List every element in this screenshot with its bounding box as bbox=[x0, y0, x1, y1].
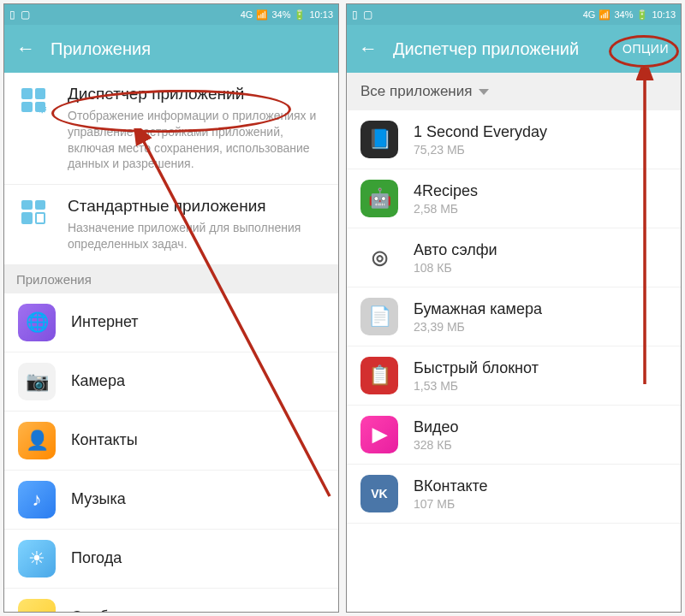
page-title: Диспетчер приложений bbox=[393, 39, 607, 59]
app-icon: 📋 bbox=[360, 357, 398, 394]
screenshot-icon: ▢ bbox=[21, 9, 30, 21]
app-name: Авто сэлфи bbox=[414, 241, 667, 259]
app-name: Камера bbox=[71, 372, 325, 390]
page-title: Приложения bbox=[51, 39, 326, 59]
app-name: Видео bbox=[414, 418, 667, 436]
header: ← Диспетчер приложений ОПЦИИ bbox=[347, 25, 681, 73]
tiles-gear-icon: ⚙ bbox=[21, 88, 52, 119]
app-row[interactable]: 📄 Бумажная камера 23,39 МБ bbox=[347, 287, 681, 346]
clock: 10:13 bbox=[652, 9, 676, 20]
battery-percent: 34% bbox=[614, 9, 633, 20]
app-row[interactable]: ☀ Погода bbox=[4, 530, 338, 589]
app-icon: ☀ bbox=[18, 540, 56, 578]
app-icon: ✉ bbox=[18, 599, 56, 612]
app-icon: 📄 bbox=[360, 298, 398, 335]
app-name: Быстрый блокнот bbox=[414, 359, 667, 377]
app-icon: ◎ bbox=[360, 239, 398, 276]
app-icon: VK bbox=[360, 475, 398, 512]
app-name: ВКонтакте bbox=[414, 477, 667, 495]
screenshot-icon: ▢ bbox=[363, 9, 372, 21]
phone-right: ▯ ▢ 4G 📶 34% 🔋 10:13 ← Диспетчер приложе… bbox=[346, 3, 682, 613]
app-row[interactable]: 📷 Камера bbox=[4, 352, 338, 412]
app-row[interactable]: 📘 1 Second Everyday 75,23 МБ bbox=[347, 110, 681, 169]
app-name: 1 Second Everyday bbox=[414, 123, 667, 141]
app-row[interactable]: ✉ Сообщения bbox=[4, 589, 338, 612]
filter-label: Все приложения bbox=[360, 83, 472, 100]
app-name: Интернет bbox=[71, 313, 325, 331]
app-row[interactable]: 📋 Быстрый блокнот 1,53 МБ bbox=[347, 346, 681, 406]
app-row[interactable]: VK ВКонтакте 107 МБ bbox=[347, 465, 681, 524]
setting-title: Стандартные приложения bbox=[68, 197, 325, 216]
app-size: 1,53 МБ bbox=[414, 379, 667, 393]
content-area: 📘 1 Second Everyday 75,23 МБ🤖 4Recipes 2… bbox=[347, 110, 681, 612]
sim-icon: ▯ bbox=[352, 9, 358, 21]
app-name: Музыка bbox=[71, 490, 325, 508]
app-row[interactable]: 🌐 Интернет bbox=[4, 293, 338, 352]
app-size: 23,39 МБ bbox=[414, 320, 667, 334]
app-icon: 📘 bbox=[360, 121, 398, 158]
sim-icon: ▯ bbox=[9, 9, 15, 21]
app-row[interactable]: 🤖 4Recipes 2,58 МБ bbox=[347, 169, 681, 228]
content-area: ⚙ Диспетчер приложений Отображение инфор… bbox=[4, 73, 338, 612]
app-icon: 🤖 bbox=[360, 180, 398, 217]
filter-dropdown[interactable]: Все приложения bbox=[347, 73, 681, 110]
app-name: Сообщения bbox=[71, 608, 325, 612]
app-size: 107 МБ bbox=[414, 497, 667, 511]
header: ← Приложения bbox=[4, 25, 338, 73]
setting-desc: Назначение приложений для выполнения опр… bbox=[68, 220, 325, 252]
app-size: 108 КБ bbox=[414, 261, 667, 275]
app-size: 75,23 МБ bbox=[414, 143, 667, 157]
tiles-icon bbox=[21, 200, 52, 231]
default-apps-setting[interactable]: Стандартные приложения Назначение прилож… bbox=[4, 185, 338, 265]
app-icon: ▶ bbox=[360, 416, 398, 453]
app-icon: ♪ bbox=[18, 481, 56, 518]
signal-icon: 📶 bbox=[256, 9, 268, 21]
network-type: 4G bbox=[241, 9, 253, 20]
app-name: Контакты bbox=[71, 431, 325, 449]
app-row[interactable]: ◎ Авто сэлфи 108 КБ bbox=[347, 228, 681, 287]
signal-icon: 📶 bbox=[599, 9, 611, 21]
app-size: 328 КБ bbox=[414, 438, 667, 452]
back-button[interactable]: ← bbox=[359, 38, 378, 60]
app-name: 4Recipes bbox=[414, 182, 667, 200]
network-type: 4G bbox=[583, 9, 596, 20]
app-icon: 👤 bbox=[18, 422, 56, 459]
app-row[interactable]: ▶ Видео 328 КБ bbox=[347, 406, 681, 465]
app-name: Бумажная камера bbox=[414, 300, 667, 318]
clock: 10:13 bbox=[309, 9, 333, 20]
app-name: Погода bbox=[71, 549, 325, 567]
setting-desc: Отображение информации о приложениях и у… bbox=[68, 108, 325, 173]
setting-title: Диспетчер приложений bbox=[68, 85, 325, 104]
app-row[interactable]: ♪ Музыка bbox=[4, 471, 338, 530]
app-icon: 🌐 bbox=[18, 304, 56, 341]
status-bar: ▯ ▢ 4G 📶 34% 🔋 10:13 bbox=[347, 4, 681, 25]
phone-left: ▯ ▢ 4G 📶 34% 🔋 10:13 ← Приложения ⚙ Дисп… bbox=[3, 3, 339, 613]
app-row[interactable]: 👤 Контакты bbox=[4, 412, 338, 471]
status-bar: ▯ ▢ 4G 📶 34% 🔋 10:13 bbox=[4, 4, 338, 25]
battery-icon: 🔋 bbox=[294, 9, 306, 21]
app-icon: 📷 bbox=[18, 363, 56, 400]
options-button[interactable]: ОПЦИИ bbox=[622, 42, 669, 56]
app-size: 2,58 МБ bbox=[414, 202, 667, 216]
battery-icon: 🔋 bbox=[636, 9, 648, 21]
section-label: Приложения bbox=[4, 265, 338, 293]
back-button[interactable]: ← bbox=[16, 38, 35, 60]
app-manager-setting[interactable]: ⚙ Диспетчер приложений Отображение инфор… bbox=[4, 73, 338, 185]
chevron-down-icon bbox=[479, 89, 489, 95]
battery-percent: 34% bbox=[271, 9, 290, 20]
